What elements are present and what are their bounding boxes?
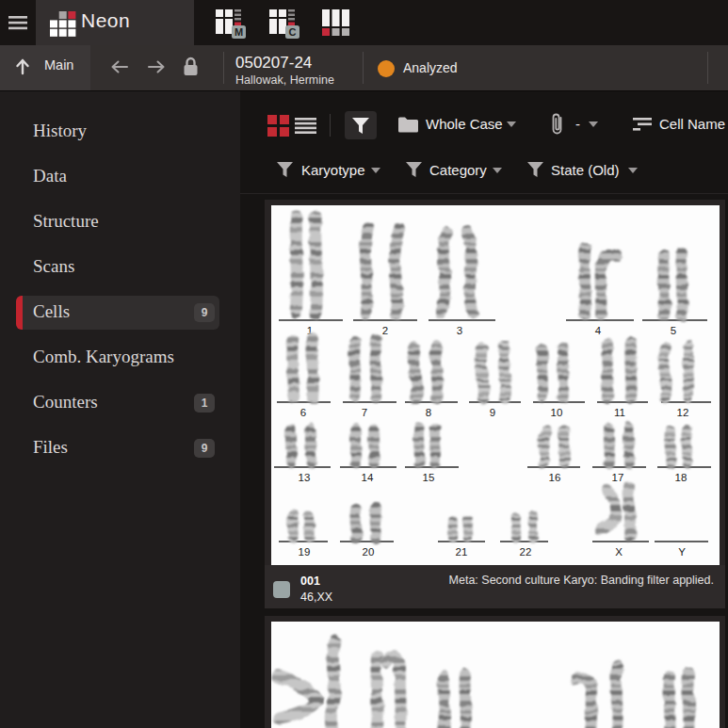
svg-text:4: 4 — [595, 325, 602, 336]
svg-text:C: C — [289, 26, 297, 38]
svg-text:10: 10 — [551, 407, 563, 418]
svg-text:16: 16 — [549, 472, 561, 483]
svg-text:6: 6 — [300, 407, 306, 418]
svg-text:22: 22 — [520, 546, 532, 558]
svg-text:7: 7 — [362, 407, 367, 418]
svg-text:8: 8 — [426, 407, 431, 418]
svg-text:15: 15 — [423, 472, 435, 483]
svg-text:12: 12 — [677, 407, 689, 418]
svg-text:Y: Y — [678, 546, 686, 558]
svg-text:5: 5 — [671, 325, 676, 336]
svg-text:X: X — [615, 546, 623, 558]
svg-text:21: 21 — [456, 546, 468, 558]
svg-text:20: 20 — [363, 546, 375, 558]
svg-text:17: 17 — [612, 472, 624, 483]
svg-text:9: 9 — [490, 407, 495, 418]
svg-text:13: 13 — [299, 472, 311, 483]
svg-text:18: 18 — [675, 472, 688, 483]
svg-text:11: 11 — [614, 407, 625, 418]
svg-text:M: M — [235, 26, 243, 38]
svg-text:14: 14 — [362, 472, 374, 483]
svg-text:19: 19 — [299, 546, 311, 558]
svg-text:3: 3 — [457, 325, 462, 336]
svg-text:2: 2 — [382, 325, 388, 336]
